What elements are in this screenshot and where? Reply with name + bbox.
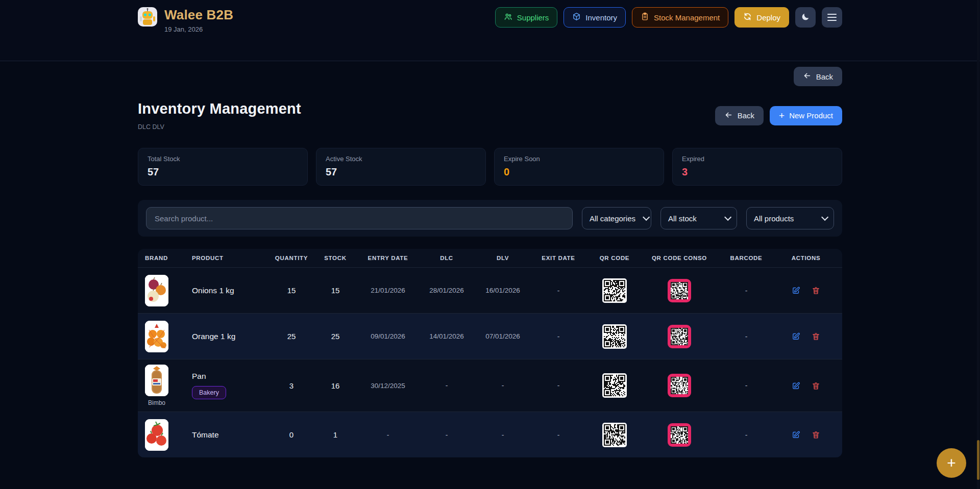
product-image: [145, 365, 168, 396]
stat-label: Expired: [682, 155, 832, 163]
stat-label: Active Stock: [326, 155, 476, 163]
top-back-button[interactable]: Back: [794, 67, 842, 86]
product-name: Tómate: [192, 430, 219, 439]
dlv-value: 16/01/2026: [475, 287, 531, 294]
search-input[interactable]: [146, 207, 573, 229]
brand-text: Walee B2B 19 Jan, 2026: [164, 7, 233, 33]
exit-date-value: -: [531, 381, 586, 390]
sync-icon: [743, 12, 752, 22]
entry-date-value: -: [357, 431, 419, 439]
theme-toggle-button[interactable]: [795, 7, 816, 28]
qr-code[interactable]: [602, 278, 627, 303]
entry-date-value: 30/12/2025: [357, 382, 419, 390]
qr-code-conso[interactable]: [668, 423, 691, 447]
stat-active-stock: Active Stock 57: [316, 148, 486, 186]
back-label: Back: [738, 111, 754, 120]
product-name: Pan: [192, 372, 206, 380]
stock-value: 25: [313, 332, 357, 341]
arrow-left-icon: [803, 71, 812, 82]
stat-expire-soon: Expire Soon 0: [494, 148, 664, 186]
product-select-value: All products: [754, 214, 794, 223]
nav-inventory-label: Inventory: [585, 13, 617, 22]
stat-value: 57: [326, 166, 476, 178]
nav-suppliers-button[interactable]: Suppliers: [495, 7, 558, 28]
qr-code[interactable]: [602, 373, 627, 398]
barcode-value: -: [716, 381, 777, 390]
delete-button[interactable]: [812, 332, 820, 341]
table-row: Tómate 0 1 - - - - -: [138, 411, 842, 457]
nav-suppliers-label: Suppliers: [517, 13, 549, 22]
product-name: Onions 1 kg: [192, 286, 234, 295]
stock-value: 1: [313, 430, 357, 439]
product-image: [145, 275, 168, 306]
product-name: Orange 1 kg: [192, 332, 235, 341]
col-exit-date: EXIT DATE: [531, 255, 586, 261]
page-subtitle: DLC DLV: [138, 123, 301, 131]
scrollbar[interactable]: [977, 0, 979, 489]
new-product-button[interactable]: + New Product: [770, 106, 842, 125]
dlv-value: -: [475, 381, 531, 390]
plus-icon: +: [947, 455, 956, 471]
barcode-value: -: [716, 332, 777, 341]
qr-code-conso[interactable]: [668, 374, 691, 397]
entry-date-value: 21/01/2026: [357, 287, 419, 294]
clipboard-icon: [641, 12, 649, 22]
delete-button[interactable]: [812, 286, 820, 295]
stock-select[interactable]: All stock: [660, 207, 737, 229]
qr-code-conso[interactable]: [668, 325, 691, 348]
col-dlv: DLV: [475, 255, 531, 261]
nav-stock-management-button[interactable]: Stock Management: [632, 7, 728, 28]
edit-button[interactable]: [792, 430, 800, 439]
delete-button[interactable]: [812, 430, 820, 439]
add-product-fab[interactable]: +: [937, 448, 966, 478]
product-select[interactable]: All products: [746, 207, 834, 229]
product-image: [145, 321, 168, 352]
stock-value: 15: [313, 286, 357, 295]
qr-code-conso[interactable]: [668, 279, 691, 302]
dlc-value: 28/01/2026: [419, 287, 475, 294]
plus-icon: +: [779, 111, 785, 120]
top-back-label: Back: [816, 72, 833, 81]
table-row: Bimbo Pan Bakery 3 16 30/12/2025 - - - -: [138, 359, 842, 411]
main-nav: Suppliers Inventory Stock Management Dep…: [495, 7, 842, 28]
exit-date-value: -: [531, 332, 586, 341]
nav-deploy-label: Deploy: [756, 13, 780, 22]
category-select[interactable]: All categories: [582, 207, 651, 229]
stock-select-value: All stock: [668, 214, 697, 223]
col-qr-code: QR CODE: [586, 255, 643, 261]
edit-button[interactable]: [792, 332, 800, 341]
exit-date-value: -: [531, 287, 586, 295]
chevron-down-icon: [821, 214, 828, 221]
brand-block: Walee B2B 19 Jan, 2026: [138, 7, 233, 33]
chevron-down-icon: [643, 214, 650, 221]
barcode-value: -: [716, 287, 777, 295]
main-content: Back Inventory Management DLC DLV Back +…: [138, 61, 842, 457]
stock-value: 16: [313, 381, 357, 390]
stat-expired: Expired 3: [672, 148, 842, 186]
scrollbar-thumb[interactable]: [977, 440, 979, 480]
dlc-value: -: [419, 381, 475, 390]
delete-button[interactable]: [812, 381, 820, 390]
nav-inventory-button[interactable]: Inventory: [564, 7, 626, 28]
top-header: Walee B2B 19 Jan, 2026 Suppliers Invento…: [0, 0, 980, 61]
page-title: Inventory Management: [138, 100, 301, 117]
qr-code[interactable]: [602, 324, 627, 349]
dlv-value: 07/01/2026: [475, 332, 531, 340]
back-button[interactable]: Back: [715, 106, 764, 125]
stats-row: Total Stock 57 Active Stock 57 Expire So…: [138, 148, 842, 186]
dlv-value: -: [475, 431, 531, 439]
page-heading: Inventory Management DLC DLV: [138, 100, 301, 131]
edit-button[interactable]: [792, 381, 800, 390]
barcode-value: -: [716, 431, 777, 439]
stat-total-stock: Total Stock 57: [138, 148, 308, 186]
stat-value: 0: [504, 166, 654, 178]
category-badge: Bakery: [192, 386, 226, 399]
edit-button[interactable]: [792, 286, 800, 295]
nav-deploy-button[interactable]: Deploy: [734, 7, 789, 28]
robot-logo-icon: [138, 7, 157, 27]
brand-name: Bimbo: [145, 399, 165, 406]
qr-code[interactable]: [602, 423, 627, 447]
chevron-down-icon: [724, 214, 731, 221]
menu-button[interactable]: [822, 7, 842, 28]
table-header: BRAND PRODUCT QUANTITY STOCK ENTRY DATE …: [138, 249, 842, 267]
